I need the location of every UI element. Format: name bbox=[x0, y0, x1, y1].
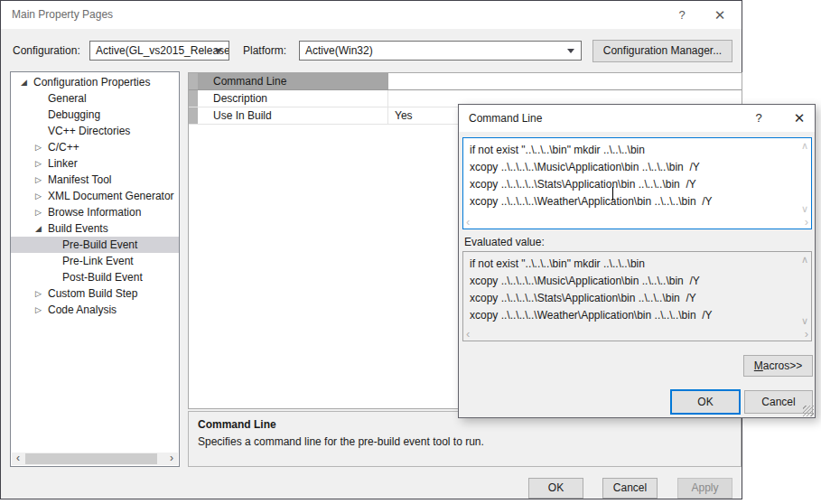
grid-value-command-line[interactable] bbox=[388, 73, 742, 89]
scroll-left-icon[interactable]: ‹ bbox=[466, 217, 470, 227]
tree-collapsed-icon[interactable]: ▷ bbox=[35, 285, 42, 302]
tree-collapsed-icon[interactable]: ▷ bbox=[35, 155, 42, 172]
scroll-left-icon[interactable]: ‹ bbox=[466, 329, 470, 339]
tree-item-configuration-properties[interactable]: ◢Configuration Properties bbox=[11, 74, 179, 90]
tree-item-vcpp-directories[interactable]: VC++ Directories bbox=[11, 123, 179, 139]
chevron-down-icon bbox=[567, 49, 574, 53]
tree-item-xml-document-generator[interactable]: ▷XML Document Generator bbox=[11, 188, 179, 204]
property-pages-tree: ◢Configuration Properties General Debugg… bbox=[10, 71, 180, 467]
tree-expanded-icon[interactable]: ◢ bbox=[35, 220, 42, 237]
evaluated-value-label: Evaluated value: bbox=[464, 236, 545, 248]
configuration-label: Configuration: bbox=[13, 44, 80, 57]
command-line-textarea[interactable]: if not exist "..\..\..\bin" mkdir ..\..\… bbox=[462, 137, 812, 229]
configuration-value: Active(GL_vs2015_Release bbox=[96, 44, 229, 57]
platform-dropdown[interactable]: Active(Win32) bbox=[299, 41, 582, 61]
tree-collapsed-icon[interactable]: ▷ bbox=[35, 188, 42, 204]
help-title: Command Line bbox=[198, 418, 732, 431]
property-help-panel: Command Line Specifies a command line fo… bbox=[188, 411, 742, 467]
tree-item-general[interactable]: General bbox=[11, 90, 179, 107]
tree-item-debugging[interactable]: Debugging bbox=[11, 107, 179, 123]
scroll-right-icon[interactable]: › bbox=[166, 453, 177, 464]
platform-value: Active(Win32) bbox=[305, 44, 373, 57]
tree-item-manifest-tool[interactable]: ▷Manifest Tool bbox=[11, 172, 179, 188]
tree-collapsed-icon[interactable]: ▷ bbox=[35, 172, 42, 188]
help-icon[interactable]: ? bbox=[670, 1, 694, 29]
tree-item-build-events[interactable]: ◢Build Events bbox=[11, 220, 179, 237]
tree-item-linker[interactable]: ▷Linker bbox=[11, 155, 179, 172]
scroll-up-icon[interactable]: ∧ bbox=[801, 141, 808, 151]
dialog-ok-button[interactable]: OK bbox=[670, 389, 741, 415]
configuration-manager-button[interactable]: Configuration Manager... bbox=[592, 40, 732, 62]
macros-button[interactable]: Macros>> bbox=[743, 355, 813, 377]
scroll-left-icon[interactable]: ‹ bbox=[13, 453, 23, 464]
tree-collapsed-icon[interactable]: ▷ bbox=[35, 302, 42, 318]
apply-button[interactable]: Apply bbox=[677, 478, 732, 499]
close-icon[interactable]: ✕ bbox=[788, 105, 811, 132]
main-titlebar: Main Property Pages ? ✕ bbox=[1, 1, 742, 29]
scroll-up-icon[interactable]: ∧ bbox=[801, 255, 808, 265]
screen: { "window": { "title": "Main Property Pa… bbox=[0, 0, 821, 504]
tree-horizontal-scrollbar[interactable]: ‹ › bbox=[12, 453, 178, 465]
tree-item-custom-build-step[interactable]: ▷Custom Build Step bbox=[11, 285, 179, 302]
tree-item-pre-link-event[interactable]: Pre-Link Event bbox=[11, 253, 179, 269]
resize-grip-icon[interactable] bbox=[803, 406, 814, 416]
help-description: Specifies a command line for the pre-bui… bbox=[198, 435, 732, 448]
tree-expanded-icon[interactable]: ◢ bbox=[21, 74, 27, 90]
dialog-titlebar: Command Line ? ✕ bbox=[459, 105, 815, 132]
text-caret bbox=[612, 187, 613, 201]
chevron-down-icon bbox=[215, 49, 222, 53]
tree-item-browse-information[interactable]: ▷Browse Information bbox=[11, 204, 179, 220]
platform-label: Platform: bbox=[243, 44, 286, 57]
dialog-title: Command Line bbox=[469, 105, 542, 132]
scroll-right-icon[interactable]: › bbox=[805, 329, 808, 339]
tree-item-post-build-event[interactable]: Post-Build Event bbox=[11, 269, 179, 285]
tree-item-c-cpp[interactable]: ▷C/C++ bbox=[11, 139, 179, 155]
tree-collapsed-icon[interactable]: ▷ bbox=[35, 139, 42, 155]
scroll-down-icon[interactable]: ∨ bbox=[801, 316, 808, 326]
tree-collapsed-icon[interactable]: ▷ bbox=[35, 204, 42, 220]
evaluated-value-box[interactable]: if not exist "..\..\..\bin" mkdir ..\..\… bbox=[462, 251, 812, 341]
command-line-dialog: Command Line ? ✕ if not exist "..\..\..\… bbox=[458, 104, 816, 418]
tree-item-code-analysis[interactable]: ▷Code Analysis bbox=[11, 302, 179, 318]
cancel-button[interactable]: Cancel bbox=[602, 478, 658, 499]
scroll-down-icon[interactable]: ∨ bbox=[801, 204, 808, 214]
window-title: Main Property Pages bbox=[12, 1, 113, 29]
tree-item-pre-build-event[interactable]: Pre-Build Event bbox=[11, 237, 179, 253]
scrollbar-thumb[interactable] bbox=[25, 453, 157, 464]
help-icon[interactable]: ? bbox=[747, 105, 770, 132]
configuration-dropdown[interactable]: Active(GL_vs2015_Release bbox=[89, 41, 229, 61]
ok-button[interactable]: OK bbox=[528, 478, 583, 499]
grid-row-command-line[interactable]: Command Line bbox=[189, 73, 742, 90]
close-icon[interactable]: ✕ bbox=[708, 1, 732, 29]
scroll-right-icon[interactable]: › bbox=[805, 217, 808, 227]
